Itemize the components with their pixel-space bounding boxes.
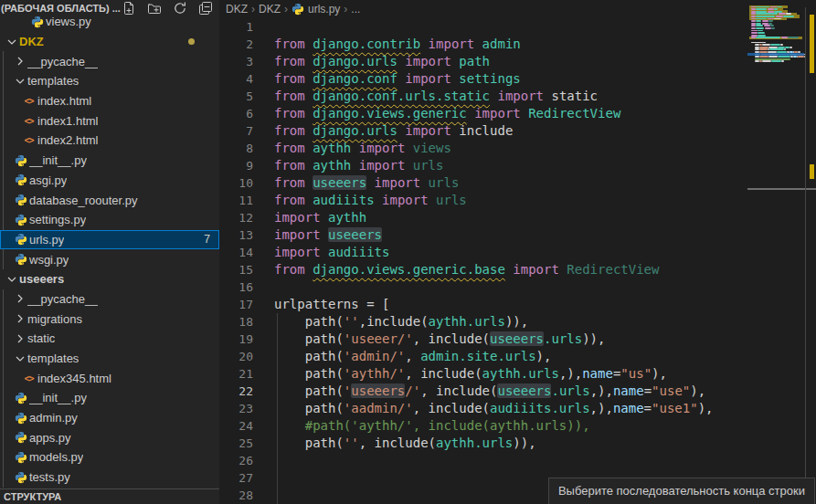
file-item-index1-html[interactable]: <>index1.html [0, 110, 219, 131]
line-number[interactable]: 28 [219, 487, 253, 504]
python-file-icon [15, 214, 27, 226]
code-line[interactable]: 22 path('useeers/', include(useeers.urls… [219, 383, 747, 400]
outline-section-header[interactable]: СТРУКТУРА [0, 488, 219, 504]
new-folder-icon[interactable] [147, 1, 162, 16]
file-item--init-py[interactable]: __init__.py [0, 388, 219, 408]
line-number[interactable]: 25 [219, 435, 253, 452]
warning-mark [810, 15, 814, 73]
code-line[interactable]: 17urlpatterns = [ [219, 296, 747, 313]
code-line[interactable]: 8from aythh import views [219, 140, 747, 157]
line-number[interactable]: 1 [219, 18, 253, 36]
file-item-tests-py[interactable]: tests.py [0, 467, 219, 488]
breadcrumb-item[interactable]: ... [351, 3, 360, 16]
code-line[interactable]: 16 [219, 278, 747, 296]
code-line[interactable]: 23 path('aadmin/', include(audiiits.urls… [219, 400, 747, 417]
line-number[interactable]: 21 [219, 365, 253, 383]
file-item--init-py[interactable]: __init__.py [0, 151, 219, 171]
line-number[interactable]: 10 [219, 174, 253, 192]
code-line[interactable]: 10from useeers import urls [219, 174, 747, 192]
line-content: path('aythh/', include(aythh.urls,),name… [253, 365, 667, 383]
minimap-line [751, 42, 766, 44]
line-number[interactable]: 7 [219, 122, 253, 140]
folder-item-static[interactable]: static [0, 329, 219, 349]
code-line[interactable]: 18 path('',include(aythh.urls)), [219, 313, 747, 331]
code-line[interactable]: 24 #path('aythh/', include(aythh.urls)), [219, 417, 747, 435]
new-file-icon[interactable] [122, 1, 136, 16]
line-number[interactable]: 6 [219, 105, 253, 122]
minimap-line [759, 56, 768, 58]
code-line[interactable]: 2from django.contrib import admin [219, 36, 747, 53]
line-number[interactable]: 26 [219, 452, 253, 469]
code-line[interactable]: 20 path('admin/', admin.site.urls), [219, 348, 747, 365]
minimap-line [756, 25, 762, 26]
line-number[interactable]: 12 [219, 209, 253, 226]
code-line[interactable]: 3from django.urls import path [219, 53, 747, 70]
code-line[interactable]: 19 path('useeer/', include(useeers.urls)… [219, 331, 747, 348]
code-line[interactable]: 12import aythh [219, 209, 747, 226]
refresh-icon[interactable] [173, 1, 187, 16]
collapse-all-icon[interactable] [198, 1, 213, 16]
line-number[interactable]: 5 [219, 88, 253, 105]
line-number[interactable]: 9 [219, 157, 253, 174]
html-file-icon: <> [24, 135, 33, 145]
line-number[interactable]: 15 [219, 261, 253, 278]
line-number[interactable]: 8 [219, 140, 253, 157]
code-line[interactable]: 6from django.views.generic import Redire… [219, 105, 747, 122]
file-item-wsgi-py[interactable]: wsgi.py [0, 249, 219, 269]
file-item-admin-py[interactable]: admin.py [0, 408, 219, 428]
folder-item--pycache-[interactable]: __pycache__ [0, 289, 219, 310]
file-item-urls-py[interactable]: urls.py7 [0, 230, 219, 250]
code-line[interactable]: 4from django.conf import settings [219, 70, 747, 88]
line-number[interactable]: 20 [219, 348, 253, 365]
line-content: path('useeer/', include(useeers.urls)), [253, 331, 605, 348]
breadcrumb-item[interactable]: urls.py [291, 3, 340, 16]
breadcrumb-item[interactable]: DKZ [226, 3, 248, 16]
line-number[interactable]: 17 [219, 296, 253, 313]
line-number[interactable]: 11 [219, 192, 253, 209]
minimap-line [790, 47, 792, 48]
breadcrumb-item[interactable]: DKZ [259, 3, 281, 16]
minimap[interactable] [747, 0, 804, 504]
code-line[interactable]: 21 path('aythh/', include(aythh.urls,),n… [219, 365, 747, 383]
file-item-apps-py[interactable]: apps.py [0, 427, 219, 447]
code-line[interactable]: 11from audiiits import urls [219, 192, 747, 209]
line-number[interactable]: 16 [219, 278, 253, 296]
folder-item-migrations[interactable]: migrations [0, 309, 219, 329]
tree-item-label: index2.html [37, 133, 98, 147]
code-line[interactable]: 7from django.urls import include [219, 122, 747, 140]
line-number[interactable]: 27 [219, 469, 253, 487]
line-number[interactable]: 3 [219, 53, 253, 70]
file-item-asgi-py[interactable]: asgi.py [0, 171, 219, 191]
line-number[interactable]: 18 [219, 313, 253, 331]
folder-item--pycache-[interactable]: __pycache__ [0, 51, 219, 71]
line-number[interactable]: 22 [219, 383, 253, 400]
overview-ruler[interactable] [806, 0, 816, 504]
code-line[interactable]: 1 [219, 18, 747, 36]
line-number[interactable]: 23 [219, 400, 253, 417]
file-item-index345-html[interactable]: <>index345.html [0, 368, 219, 388]
code-line[interactable]: 13import useeers [219, 226, 747, 244]
code-line[interactable]: 26 [219, 452, 747, 469]
code-area[interactable]: 12from django.contrib import admin3from … [219, 18, 747, 504]
file-item-database-roouter-py[interactable]: database_roouter.py [0, 190, 219, 210]
line-number[interactable]: 24 [219, 417, 253, 435]
code-line[interactable]: 25 path('', include(aythh.urls)), [219, 435, 747, 452]
line-number[interactable]: 19 [219, 331, 253, 348]
code-line[interactable]: 9from aythh import urls [219, 157, 747, 174]
file-item-models-py[interactable]: models.py [0, 447, 219, 467]
line-number[interactable]: 13 [219, 226, 253, 244]
code-line[interactable]: 14import audiiits [219, 244, 747, 261]
folder-item-templates[interactable]: templates [0, 71, 219, 91]
folder-item-templates[interactable]: templates [0, 349, 219, 369]
code-line[interactable]: 5from django.conf.urls.static import sta… [219, 88, 747, 105]
line-number[interactable]: 2 [219, 36, 253, 53]
file-item-settings-py[interactable]: settings.py [0, 210, 219, 230]
line-number[interactable]: 4 [219, 70, 253, 88]
folder-item-dkz[interactable]: DKZ [0, 32, 219, 52]
file-item-index2-html[interactable]: <>index2.html [0, 131, 219, 151]
code-line[interactable]: 15from django.views.generic.base import … [219, 261, 747, 278]
folder-item-useeers[interactable]: useeers [0, 269, 219, 289]
file-item-index-html[interactable]: <>index.html [0, 91, 219, 111]
tree-item-label: asgi.py [29, 173, 67, 187]
line-number[interactable]: 14 [219, 244, 253, 261]
